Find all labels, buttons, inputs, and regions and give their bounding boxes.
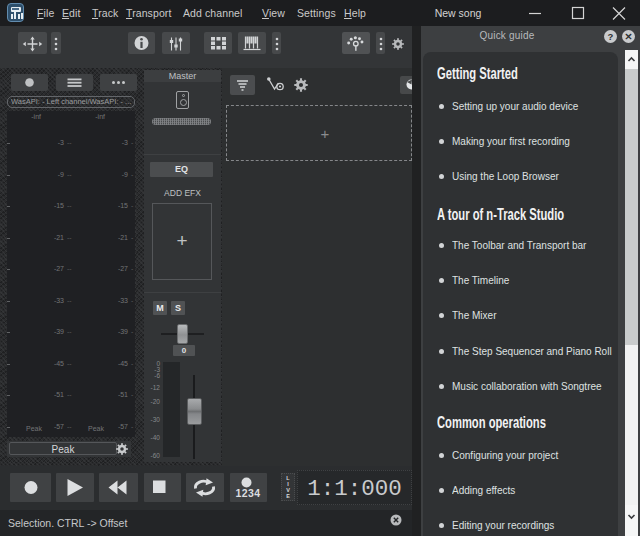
svg-text:1234: 1234: [236, 487, 261, 499]
